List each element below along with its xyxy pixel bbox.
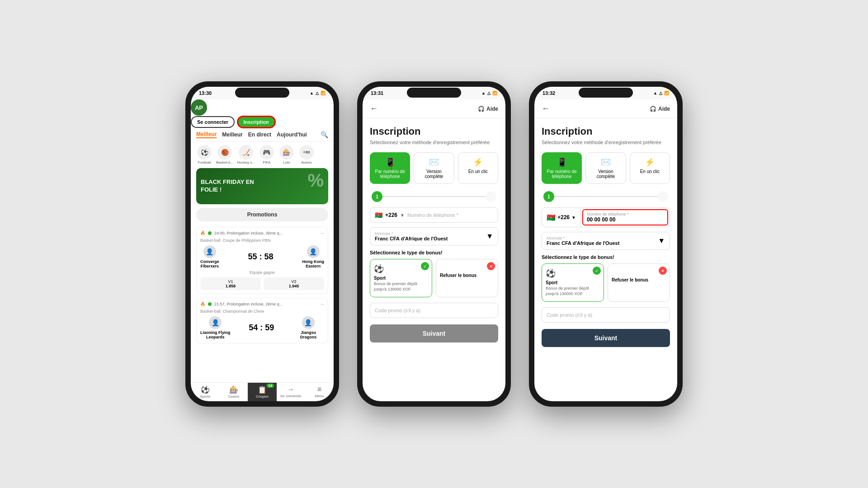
score-2: 54 : 59 <box>249 323 274 333</box>
flag-icon-2: 🇧🇫 <box>375 211 382 219</box>
phone-label-3: Numéro de téléphone * <box>587 212 664 216</box>
sport-football[interactable]: ⚽ Football <box>196 145 212 164</box>
currency-chevron-3: ▼ <box>658 237 665 245</box>
inscription-button[interactable]: Inscription <box>237 116 276 128</box>
more-icon-2[interactable]: ··· <box>321 302 324 306</box>
tab-en-direct[interactable]: En direct <box>248 131 271 138</box>
casino-nav-icon: 🎰 <box>229 385 238 394</box>
country-code-3: +226 <box>557 214 570 221</box>
email-method-icon-3: ✉️ <box>601 157 611 167</box>
nav-login[interactable]: → Se connecter <box>277 383 305 401</box>
headphone-icon-2: 🎧 <box>478 106 485 112</box>
hero-deco: % <box>307 170 324 191</box>
screen3-header: ← 🎧 Aide <box>534 99 677 118</box>
nav-coupon[interactable]: 📋 14 Coupon <box>248 383 276 401</box>
coupon-badge: 14 <box>267 384 274 388</box>
connect-button[interactable]: Se connecter <box>191 116 235 128</box>
competition-1: Basket-ball. Coupe de Philippines PBN <box>200 238 324 243</box>
bonus-label-2: Sélectionnez le type de bonus! <box>370 250 498 255</box>
sport-icons-row: ⚽ Football 🏀 Basket-b... 🏒 Hockey s... 🎮… <box>191 141 334 168</box>
competition-2: Basket-ball. Championnat de Chine <box>200 309 324 314</box>
method-oneclick-2[interactable]: ⚡ En un clic <box>458 152 498 184</box>
promo-input-3[interactable]: Code promo (s'il y a) <box>542 307 670 323</box>
bottom-nav: ⚽ Sports 🎰 Casino 📋 14 Coupon → Se conne… <box>191 382 334 401</box>
fire-icon-2: 🔥 <box>200 302 205 306</box>
odd-v2-1[interactable]: V2 1.945 <box>264 277 324 290</box>
method-complete-3[interactable]: ✉️ Version complète <box>585 152 626 184</box>
sport-autres[interactable]: +99 Autres <box>298 145 315 164</box>
phone-field-highlighted[interactable]: Numéro de téléphone * 00 00 00 00 <box>582 209 668 225</box>
bonus-x-icon-3: ✕ <box>659 267 667 275</box>
bonus-refuse-3[interactable]: ✕ Refuser le bonus <box>608 263 670 301</box>
promotions-button[interactable]: Promotions <box>196 208 328 221</box>
match-card-1: 🔥 24:00, Prolongation incluse, 3ème q...… <box>196 227 328 294</box>
phone-input-row-2[interactable]: 🇧🇫 +226 ▼ Numéro de téléphone * <box>370 207 498 223</box>
match-teams-2: 👤 Liaoning FlyingLeopards 54 : 59 👤 Jian… <box>200 316 324 339</box>
promo-input-2[interactable]: Code promo (s'il y a) <box>370 303 498 318</box>
live-dot-2 <box>208 302 212 306</box>
sport-basketball[interactable]: 🏀 Basket-b... <box>216 145 233 164</box>
currency-chevron-2: ▼ <box>486 232 493 240</box>
suivant-button-2[interactable]: Suivant <box>370 324 498 343</box>
method-complete-2[interactable]: ✉️ Version complète <box>414 152 454 184</box>
match-header-2: 🔥 21:57, Prolongation incluse, 2ème q...… <box>200 302 324 306</box>
screen-3: 13:32 P ▲△📶 ← 🎧 Aide Inscription Sélecti… <box>534 87 677 401</box>
aide-button-3[interactable]: 🎧 Aide <box>650 106 670 112</box>
oneclick-method-icon-3: ⚡ <box>645 157 655 167</box>
method-oneclick-3[interactable]: ⚡ En un clic <box>630 152 670 184</box>
steps-container-2: 1 ↑ <box>370 191 498 202</box>
nav-menu[interactable]: ≡ Menu <box>305 383 334 401</box>
screen2-content: Inscription Sélectionnez votre méthode d… <box>363 118 505 401</box>
bonus-sport-3[interactable]: ✓ ⚽ Sport Bonus de premier dépôtjusqu'à … <box>542 263 604 301</box>
flag-code-3[interactable]: 🇧🇫 +226 ▼ <box>542 208 581 227</box>
more-icon-1[interactable]: ··· <box>321 231 324 235</box>
aide-button-2[interactable]: 🎧 Aide <box>478 106 498 112</box>
login-nav-icon: → <box>287 385 294 394</box>
nav-sports[interactable]: ⚽ Sports <box>191 383 219 401</box>
back-button-3[interactable]: ← <box>542 104 550 113</box>
screen-2: 13:31 P ▲△📶 ← 🎧 Aide Inscription Sélecti… <box>363 87 505 401</box>
inscription-title-3: Inscription <box>542 126 670 137</box>
status-icons-3: ▲△📶 <box>653 91 669 95</box>
phone-2: 13:31 P ▲△📶 ← 🎧 Aide Inscription Sélecti… <box>357 81 511 407</box>
sport-hockey[interactable]: 🏒 Hockey s... <box>237 145 255 164</box>
phone-row-3: 🇧🇫 +226 ▼ Numéro de téléphone * 00 00 00… <box>542 207 670 227</box>
tab-meilleur-label[interactable]: Meilleur <box>222 131 242 138</box>
bonus-refuse-2[interactable]: ✕ Refuser le bonus <box>436 259 498 297</box>
step-dot-2-2 <box>486 191 496 202</box>
screen2-header: ← 🎧 Aide <box>363 99 505 118</box>
bonus-sport-icon-2: ⚽ <box>374 264 428 274</box>
nav-tabs: Meilleur Meilleur En direct Aujourd'hui … <box>191 128 334 141</box>
phone-notch-1 <box>235 88 289 98</box>
match-teams-1: 👤 ConvergeFiberxers 55 : 58 👤 Hong KongE… <box>200 245 324 268</box>
status-time-1: 13:30 <box>199 90 212 96</box>
tab-aujourd-hui[interactable]: Aujourd'hui <box>277 131 307 138</box>
suivant-button-3[interactable]: Suivant <box>542 329 670 347</box>
ap-logo: AP <box>191 99 207 116</box>
email-method-icon-2: ✉️ <box>429 157 439 167</box>
nav-casino[interactable]: 🎰 Casino <box>219 383 248 401</box>
odd-v1-1[interactable]: V1 1.856 <box>200 277 261 290</box>
currency-row-2[interactable]: Monnaie * Franc CFA d'Afrique de l'Ouest… <box>370 227 498 245</box>
chevron-code-3: ▼ <box>571 215 576 220</box>
phone-placeholder-2: Numéro de téléphone * <box>407 212 493 218</box>
back-button-2[interactable]: ← <box>370 104 378 113</box>
search-icon[interactable]: 🔍 <box>321 131 328 138</box>
bonus-sport-2[interactable]: ✓ ⚽ Sport Bonus de premier dépôtjusqu'à … <box>370 259 432 297</box>
phone-notch-2 <box>407 88 461 98</box>
coupon-nav-icon: 📋 <box>258 385 267 394</box>
phone-notch-3 <box>579 88 633 98</box>
tab-meilleur[interactable]: Meilleur <box>196 131 217 138</box>
team2-2: 👤 Jiangsu Dragons <box>292 316 324 339</box>
currency-row-3[interactable]: Monnaie * Franc CFA d'Afrique de l'Ouest… <box>542 232 670 250</box>
red-arrow-2: ↑ <box>389 160 394 172</box>
app-header: AP Se connecter Inscription <box>191 99 334 128</box>
country-code-2: +226 <box>385 212 397 218</box>
sport-loto[interactable]: 🎰 Loto <box>278 145 295 164</box>
inscription-subtitle-3: Sélectionnez votre méthode d'enregistrem… <box>542 139 670 146</box>
method-phone-3[interactable]: 📱 Par numéro detéléphone <box>542 152 582 184</box>
sport-fifa[interactable]: 🎮 FIFA <box>259 145 275 164</box>
fire-icon-1: 🔥 <box>200 231 205 235</box>
headphone-icon-3: 🎧 <box>650 106 656 112</box>
oneclick-method-icon-2: ⚡ <box>473 157 483 167</box>
